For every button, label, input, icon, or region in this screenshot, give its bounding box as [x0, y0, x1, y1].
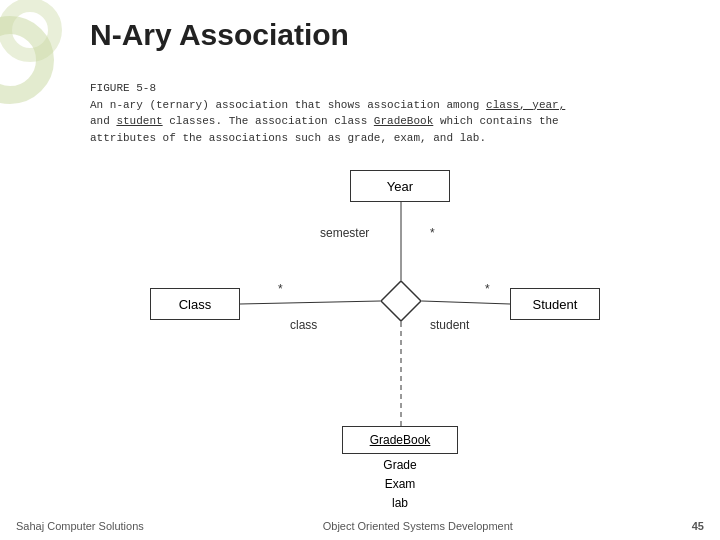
attr-lab: lab: [352, 494, 448, 513]
page-title: N-Ary Association: [90, 18, 349, 52]
svg-line-3: [240, 301, 380, 304]
footer-page-number: 45: [692, 520, 704, 532]
association-diamond: [380, 280, 422, 322]
attr-exam: Exam: [352, 475, 448, 494]
footer: Sahaj Computer Solutions Object Oriented…: [0, 520, 720, 532]
class-multiplicity: *: [278, 282, 283, 296]
class-box: Class: [150, 288, 240, 320]
student-box: Student: [510, 288, 600, 320]
decorative-circles: [0, 0, 80, 120]
student-multiplicity: *: [485, 282, 490, 296]
footer-course: Object Oriented Systems Development: [323, 520, 513, 532]
gradebook-box: GradeBook: [342, 426, 458, 454]
figure-caption: FIGURE 5-8 An n-ary (ternary) associatio…: [90, 80, 700, 146]
uml-diagram: Year Class Student GradeBook Grade Exam …: [90, 170, 700, 490]
footer-company: Sahaj Computer Solutions: [16, 520, 144, 532]
attributes-list: Grade Exam lab: [352, 456, 448, 514]
class-line-label: class: [290, 318, 317, 332]
year-multiplicity: *: [430, 226, 435, 240]
svg-line-4: [422, 301, 510, 304]
year-box: Year: [350, 170, 450, 202]
svg-marker-6: [381, 281, 421, 321]
student-line-label: student: [430, 318, 469, 332]
attr-grade: Grade: [352, 456, 448, 475]
figure-label: FIGURE 5-8: [90, 82, 156, 94]
semester-label: semester: [320, 226, 369, 240]
